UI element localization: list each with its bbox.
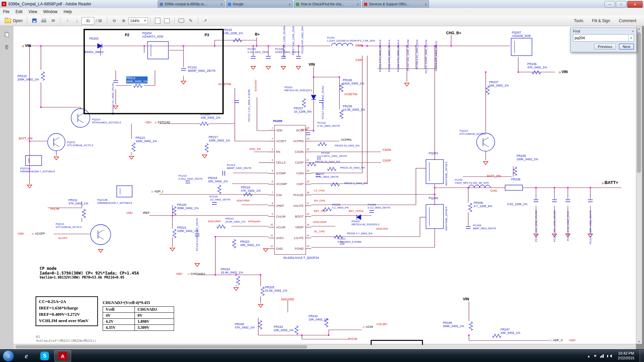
- maximize-button[interactable]: □: [616, 1, 627, 8]
- table-cell: 4.2V: [103, 319, 135, 325]
- print-icon: [41, 20, 46, 22]
- tab-close-icon[interactable]: ×: [289, 2, 291, 6]
- taskbar-item-adobe-reader[interactable]: A: [54, 350, 71, 362]
- tab-label: Google: [233, 2, 287, 6]
- open-label: Open: [13, 18, 22, 23]
- scroll-view-icon: [164, 18, 170, 23]
- print-button[interactable]: [39, 17, 48, 25]
- open-button[interactable]: Open: [3, 18, 24, 23]
- open-folder-icon: [5, 18, 11, 23]
- start-button[interactable]: ⊞: [3, 350, 14, 362]
- sign-button[interactable]: ✎: [186, 17, 195, 25]
- zoom-in-button[interactable]: ⊕: [119, 17, 128, 25]
- taskbar-clock[interactable]: 10:42 PM 2/22/2015: [618, 351, 634, 361]
- toolbar-separator: [60, 17, 60, 24]
- save-icon: [32, 18, 37, 23]
- taskbar-item-internet-explorer[interactable]: e: [18, 350, 35, 362]
- horizontal-scrollbar[interactable]: [13, 344, 636, 350]
- horizontal-scroll-thumb[interactable]: [15, 345, 307, 349]
- show-desktop-button[interactable]: [640, 350, 644, 362]
- browser-tab[interactable]: 8396e compal la-6858p sc...×: [158, 0, 225, 8]
- window-title: 8396e_Compal_LA-6858P.pdf - Adobe Reader: [8, 2, 91, 6]
- find-previous-button[interactable]: Previous: [594, 44, 616, 50]
- email-icon: ✉: [51, 18, 55, 23]
- toolbar-separator: [198, 17, 198, 24]
- adobe-reader-icon: A: [58, 352, 67, 360]
- table-header: Vcell: [103, 307, 135, 313]
- cc-notes-box: CC=0.25A~2AIREF=1.636*IchargeIREF=0.409V…: [36, 296, 98, 326]
- cp-note-line: CP mode: [40, 266, 139, 271]
- browser-tab[interactable]: Google×: [226, 0, 293, 8]
- attachments-button[interactable]: [3, 44, 10, 51]
- scroll-down-icon[interactable]: ▼: [636, 339, 642, 344]
- tab-label: How to Check/Find the cha...: [301, 2, 356, 6]
- zoom-value: 144%: [130, 19, 140, 23]
- tab-close-icon[interactable]: ×: [357, 2, 359, 6]
- cc-note-line: IREF=1.636*Icharge: [39, 305, 95, 311]
- find-next-button[interactable]: Next: [619, 44, 634, 50]
- chgvadj-table-grid: VcellCHGVADJ4V0V4.2V1.898V4.35V3.309V: [103, 306, 174, 331]
- comment-bubble-icon: [178, 18, 184, 23]
- browser-tab[interactable]: Services & Support Offici...×: [362, 0, 429, 8]
- page-number-input[interactable]: [82, 17, 94, 24]
- table-cell: 4.35V: [103, 325, 135, 331]
- previous-page-button[interactable]: ↑: [63, 17, 72, 25]
- menu-item-view[interactable]: View: [25, 8, 40, 15]
- clock-time: 10:42 PM: [618, 351, 634, 356]
- browser-tab[interactable]: How to Check/Find the cha...×: [294, 0, 361, 8]
- fill-sign-button[interactable]: Fill & Sign: [588, 18, 614, 23]
- page-total-label: / 38: [96, 19, 102, 23]
- tab-close-icon[interactable]: ×: [425, 2, 427, 6]
- tools-button[interactable]: Tools: [570, 18, 588, 23]
- fullscreen-button[interactable]: ↗: [201, 17, 210, 25]
- tab-favicon: [160, 3, 163, 6]
- email-button[interactable]: ✉: [49, 17, 57, 25]
- menu-item-help[interactable]: Help: [61, 8, 75, 15]
- zoom-level-select[interactable]: 144% ▼: [128, 17, 148, 24]
- tab-favicon: [364, 3, 367, 6]
- find-title: Find: [573, 29, 580, 33]
- scrolling-view-button[interactable]: [163, 17, 171, 25]
- save-button[interactable]: [30, 17, 39, 25]
- find-panel: Find × ▼ Previous Next: [570, 27, 637, 52]
- close-button[interactable]: ×: [627, 1, 643, 8]
- clock-date: 2/22/2015: [618, 356, 634, 361]
- close-icon[interactable]: ×: [632, 29, 634, 33]
- volume-icon[interactable]: [607, 354, 612, 358]
- cc-note-line: IREF=0.409V~3.272V: [39, 311, 95, 318]
- menu-item-edit[interactable]: Edit: [12, 8, 25, 15]
- tab-favicon: [296, 3, 299, 6]
- skype-icon: S: [40, 352, 49, 360]
- comment-button[interactable]: Comment: [614, 18, 641, 23]
- network-icon[interactable]: [600, 354, 604, 358]
- zoom-out-button[interactable]: ⊖: [110, 17, 119, 25]
- single-page-view-button[interactable]: [153, 17, 162, 25]
- next-page-button[interactable]: ↓: [72, 17, 81, 25]
- find-input[interactable]: [573, 36, 628, 40]
- annotation-box: [84, 29, 224, 114]
- scroll-up-icon[interactable]: ▲: [636, 26, 642, 31]
- toolbar: Open ✉ ↑ ↓ / 38 ⊖ ⊕ 144% ▼ ✎ ↗ Tools Fil…: [0, 15, 644, 26]
- page-view-icon: [155, 18, 160, 24]
- find-input-wrap: ▼: [573, 34, 634, 42]
- system-tray: ▲ ⚑ 10:42 PM 2/22/2015: [587, 350, 644, 362]
- table-cell: 0V: [135, 313, 174, 319]
- tab-label: 8396e compal la-6858p sc...: [165, 2, 219, 6]
- menu-item-window[interactable]: Window: [40, 8, 61, 15]
- chgvadj-table-title: CHGVADJ=(Vcell-4)*9.455: [103, 300, 174, 305]
- browser-tab-strip: 8396e compal la-6858p sc...×Google×How t…: [158, 0, 429, 8]
- vertical-scroll-thumb[interactable]: [637, 32, 641, 173]
- minimize-button[interactable]: ─: [604, 1, 615, 8]
- tray-expand-icon[interactable]: ▲: [587, 354, 590, 358]
- page-thumbnails-button[interactable]: [3, 31, 10, 38]
- toolbar-separator: [174, 17, 174, 24]
- table-cell: 3.309V: [135, 325, 174, 331]
- menu-item-file[interactable]: File: [0, 8, 12, 15]
- chevron-down-icon[interactable]: ▼: [628, 35, 634, 41]
- action-center-flag-icon[interactable]: ⚑: [594, 354, 597, 358]
- comment-bubble-button[interactable]: [177, 17, 186, 25]
- vertical-scrollbar[interactable]: ▲ ▼: [636, 26, 642, 344]
- adobe-reader-icon: A: [2, 2, 6, 6]
- tab-close-icon[interactable]: ×: [221, 2, 223, 6]
- taskbar-item-skype[interactable]: S: [36, 350, 53, 362]
